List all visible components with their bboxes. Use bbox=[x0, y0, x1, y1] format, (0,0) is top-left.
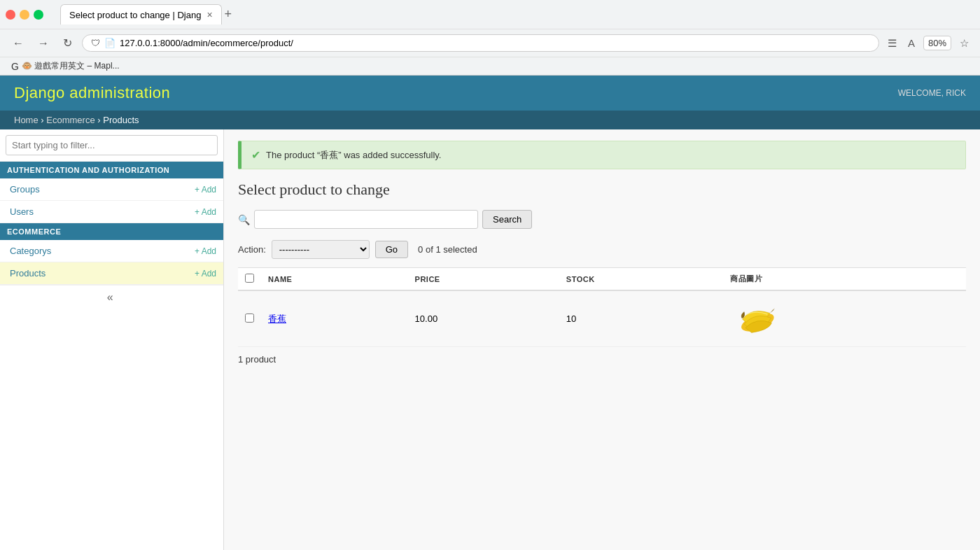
bookmarks-bar: G 🐵 遊戲常用英文 – Mapl... bbox=[0, 57, 980, 75]
sidebar-item-groups[interactable]: Groups + Add bbox=[0, 178, 223, 201]
forward-button[interactable]: → bbox=[34, 34, 53, 52]
select-all-checkbox[interactable] bbox=[245, 274, 254, 283]
sidebar-item-categorys-link[interactable]: Categorys bbox=[10, 246, 51, 256]
table-header-name: NAME bbox=[261, 268, 408, 291]
action-label: Action: bbox=[238, 244, 266, 255]
table-header-image: 商品圖片 bbox=[723, 268, 966, 291]
breadcrumb-sep1: › bbox=[41, 115, 43, 125]
sidebar-item-users-add[interactable]: + Add bbox=[195, 207, 216, 217]
row-price-cell: 10.00 bbox=[408, 290, 559, 347]
zoom-level: 80% bbox=[923, 36, 951, 50]
success-text: The product “香蕉” was added successfully. bbox=[266, 149, 441, 162]
titlebar: Select product to change | Djang × + bbox=[0, 0, 980, 29]
breadcrumb-ecommerce[interactable]: Ecommerce bbox=[46, 115, 94, 125]
sidebar-item-products-link[interactable]: Products bbox=[10, 268, 46, 278]
translate-icon[interactable]: A bbox=[905, 34, 918, 52]
search-input[interactable] bbox=[254, 210, 478, 229]
bookmark-star-icon[interactable]: ☆ bbox=[957, 34, 972, 52]
page-title: Select product to change bbox=[238, 181, 966, 199]
row-checkbox-cell bbox=[238, 290, 261, 347]
sidebar-item-groups-link[interactable]: Groups bbox=[10, 184, 40, 195]
browser-chrome: Select product to change | Djang × + ← →… bbox=[0, 0, 980, 76]
browser-tab[interactable]: Select product to change | Djang × bbox=[60, 4, 222, 24]
bookmark-label: 🐵 遊戲常用英文 – Mapl... bbox=[22, 60, 120, 72]
sidebar-filter-input[interactable] bbox=[6, 135, 218, 155]
selection-count: 0 of 1 selected bbox=[418, 244, 477, 255]
row-name-cell: 香蕉 bbox=[261, 290, 408, 347]
sidebar: AUTHENTICATION AND AUTHORIZATION Groups … bbox=[0, 129, 224, 550]
product-image bbox=[730, 297, 779, 339]
tab-close-icon[interactable]: × bbox=[206, 9, 212, 20]
sidebar-filter bbox=[0, 129, 223, 162]
admin-body: AUTHENTICATION AND AUTHORIZATION Groups … bbox=[0, 129, 980, 550]
search-button[interactable]: Search bbox=[482, 210, 532, 229]
table-header-stock: STOCK bbox=[559, 268, 723, 291]
sidebar-section-ecommerce: ECOMMERCE bbox=[0, 223, 223, 240]
sidebar-section-auth: AUTHENTICATION AND AUTHORIZATION bbox=[0, 162, 223, 178]
row-stock-cell: 10 bbox=[559, 290, 723, 347]
sidebar-item-users[interactable]: Users + Add bbox=[0, 201, 223, 223]
products-table: NAME PRICE STOCK 商品圖片 香蕉 10.00 bbox=[238, 267, 966, 347]
tab-title: Select product to change | Djang bbox=[69, 10, 201, 20]
sidebar-item-products-add[interactable]: + Add bbox=[195, 269, 216, 278]
action-select[interactable]: ---------- bbox=[272, 240, 370, 259]
search-icon: 🔍 bbox=[238, 214, 250, 225]
bookmark-item[interactable]: G 🐵 遊戲常用英文 – Mapl... bbox=[8, 59, 122, 73]
main-content: ✔ The product “香蕉” was added successfull… bbox=[224, 129, 980, 550]
product-count: 1 product bbox=[238, 354, 276, 365]
breadcrumb-products: Products bbox=[103, 115, 139, 125]
sidebar-item-categorys-add[interactable]: + Add bbox=[195, 246, 216, 256]
maximize-button[interactable] bbox=[34, 10, 43, 20]
minimize-button[interactable] bbox=[20, 10, 29, 20]
toolbar-actions: ☰ A 80% ☆ bbox=[885, 34, 972, 52]
address-bar[interactable]: 🛡 📄 bbox=[82, 34, 879, 52]
success-icon: ✔ bbox=[251, 148, 260, 162]
sidebar-item-products[interactable]: Products + Add bbox=[0, 262, 223, 285]
close-button[interactable] bbox=[6, 10, 15, 20]
django-admin: Django administration WELCOME, RICK Home… bbox=[0, 76, 980, 550]
table-row: 香蕉 10.00 10 bbox=[238, 290, 966, 347]
table-header-checkbox bbox=[238, 268, 261, 291]
welcome-text: WELCOME, RICK bbox=[898, 88, 966, 98]
url-input[interactable] bbox=[120, 38, 870, 48]
window-controls bbox=[6, 10, 43, 20]
table-footer: 1 product bbox=[238, 347, 966, 372]
bookmark-favicon: G bbox=[11, 61, 19, 72]
new-tab-button[interactable]: + bbox=[225, 7, 232, 22]
reader-icon[interactable]: ☰ bbox=[885, 34, 899, 52]
success-message: ✔ The product “香蕉” was added successfull… bbox=[238, 141, 966, 169]
action-bar: Action: ---------- Go 0 of 1 selected bbox=[238, 240, 966, 259]
breadcrumb-sep2: › bbox=[97, 115, 100, 125]
site-title: Django administration bbox=[14, 84, 170, 102]
sidebar-item-users-link[interactable]: Users bbox=[10, 206, 34, 217]
row-image-cell bbox=[723, 290, 966, 347]
row-checkbox[interactable] bbox=[245, 313, 254, 323]
reload-button[interactable]: ↻ bbox=[59, 34, 76, 52]
action-go-button[interactable]: Go bbox=[375, 241, 408, 258]
sidebar-item-groups-add[interactable]: + Add bbox=[195, 185, 216, 195]
table-header-price: PRICE bbox=[408, 268, 559, 291]
django-header: Django administration WELCOME, RICK bbox=[0, 76, 980, 111]
breadcrumb-home[interactable]: Home bbox=[14, 115, 38, 125]
sidebar-collapse-toggle[interactable]: « bbox=[0, 285, 223, 309]
tab-bar: Select product to change | Djang × + bbox=[55, 4, 237, 24]
browser-toolbar: ← → ↻ 🛡 📄 ☰ A 80% ☆ bbox=[0, 29, 980, 57]
back-button[interactable]: ← bbox=[8, 34, 28, 52]
search-bar: 🔍 Search bbox=[238, 210, 966, 229]
page-icon: 📄 bbox=[104, 38, 115, 48]
breadcrumb: Home › Ecommerce › Products bbox=[0, 111, 980, 129]
sidebar-item-categorys[interactable]: Categorys + Add bbox=[0, 240, 223, 262]
shield-icon: 🛡 bbox=[91, 38, 100, 48]
row-name-link[interactable]: 香蕉 bbox=[268, 313, 286, 324]
